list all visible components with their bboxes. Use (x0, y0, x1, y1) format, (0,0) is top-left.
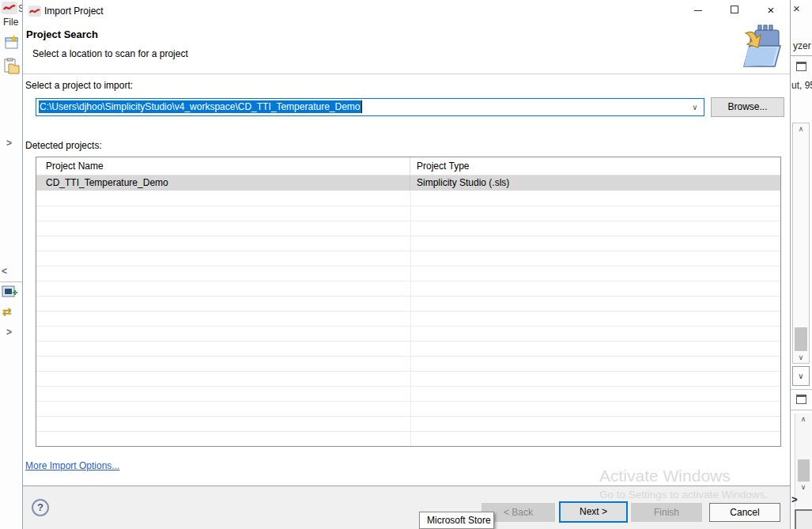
restore-pane-icon[interactable] (796, 62, 806, 71)
panel-divider (0, 282, 22, 282)
page-subtitle: Select a location to scan for a project (32, 48, 188, 59)
chevron-down-icon: ∨ (692, 103, 697, 111)
minimize-icon (694, 10, 702, 11)
simplicity-swoosh-icon (2, 2, 17, 14)
restore-pane2-icon[interactable] (796, 395, 806, 404)
scrollbar-thumb2[interactable] (798, 459, 810, 482)
maximize-icon (731, 6, 738, 13)
page-title: Project Search (26, 28, 98, 40)
project-path-value[interactable]: C:\Users\djhoo\SimplicityStudio\v4_works… (39, 100, 362, 113)
cancel-button[interactable]: Cancel (709, 503, 780, 522)
activate-windows-watermark-line2: Go to Settings to activate Windows. (599, 489, 768, 501)
app-logo-icon (2, 2, 17, 14)
divider (791, 410, 812, 410)
menu-file[interactable]: File (3, 17, 18, 28)
help-button[interactable]: ? (32, 499, 49, 516)
dropdown-chevron-icon: ∨ (798, 372, 803, 380)
background-app-left-strip: S File > < ⇄ > (0, 0, 22, 529)
more-import-options-link[interactable]: More Import Options... (25, 460, 119, 471)
divider-blue (791, 389, 812, 390)
new-project-icon[interactable] (5, 35, 21, 51)
background-close-icon[interactable]: × (793, 2, 800, 15)
cell-project-name[interactable]: CD_TTI_Temperature_Demo (36, 176, 410, 191)
collapse-chevron-right2-icon[interactable]: > (6, 327, 12, 338)
dialog-app-icon (28, 6, 41, 17)
wizard-header: Project Search Select a location to scan… (23, 22, 790, 74)
dialog-title: Import Project (44, 6, 104, 17)
column-divider (410, 191, 411, 446)
scroll-down-icon[interactable]: ∨ (793, 353, 809, 361)
finish-button[interactable]: Finish (631, 503, 702, 522)
select-project-label: Select a project to import: (25, 80, 133, 91)
scrollbar-thumb[interactable] (795, 327, 807, 351)
background-status-fragment: ut, 954 (791, 80, 812, 91)
import-wizard-icon (735, 24, 785, 71)
empty-rows-area (36, 191, 780, 446)
help-icon: ? (37, 501, 43, 513)
dialog-title-bar[interactable]: Import Project × (23, 0, 790, 22)
close-button[interactable]: × (758, 0, 784, 21)
maximize-button[interactable] (722, 0, 747, 21)
background-tab-fragment[interactable]: yzer (793, 40, 811, 51)
chip-perspective-icon[interactable] (2, 285, 17, 299)
sync-arrows-icon[interactable]: ⇄ (2, 305, 12, 318)
scroll-down2-icon[interactable]: ∨ (795, 483, 811, 491)
table-row-selected[interactable]: CD_TTI_Temperature_Demo Simplicity Studi… (36, 176, 780, 191)
import-project-dialog: Import Project × Project Search Select a… (22, 0, 791, 529)
background-app-right-strip: × yzer ut, 954 ∧ ∨ ∨ ∧ ∨ > (791, 0, 812, 529)
detected-projects-table[interactable]: Project Name Project Type CD_TTI_Tempera… (36, 157, 781, 447)
browse-button[interactable]: Browse... (711, 97, 784, 117)
close-icon: × (768, 3, 775, 17)
paste-clipboard-icon[interactable] (2, 58, 20, 75)
activate-windows-watermark: Activate Windows (599, 467, 731, 486)
column-header-project-name[interactable]: Project Name (36, 157, 410, 175)
project-path-combo[interactable]: C:\Users\djhoo\SimplicityStudio\v4_works… (36, 98, 704, 116)
scroll-up-icon[interactable]: ∧ (793, 125, 809, 133)
next-button[interactable]: Next > (559, 501, 628, 523)
expand-chevron-icon[interactable]: > (791, 493, 798, 505)
background-scrollbar-vertical[interactable]: ∧ ∨ (792, 123, 810, 364)
scroll-up2-icon[interactable]: ∧ (795, 415, 811, 423)
collapse-chevron-left-icon[interactable]: < (2, 266, 7, 277)
cell-project-type[interactable]: Simplicity Studio (.sls) (410, 176, 780, 191)
tab-underline (791, 55, 812, 56)
combo-dropdown-button[interactable]: ∨ (687, 100, 703, 115)
collapse-chevron-right-icon[interactable]: > (6, 138, 12, 149)
taskbar-tooltip: Microsoft Store (419, 512, 494, 529)
background-dropdown[interactable]: ∨ (792, 366, 810, 386)
minimize-button[interactable] (685, 0, 711, 21)
background-corner-fill (796, 511, 812, 529)
detected-projects-label: Detected projects: (25, 140, 102, 151)
column-header-project-type[interactable]: Project Type (410, 157, 780, 175)
